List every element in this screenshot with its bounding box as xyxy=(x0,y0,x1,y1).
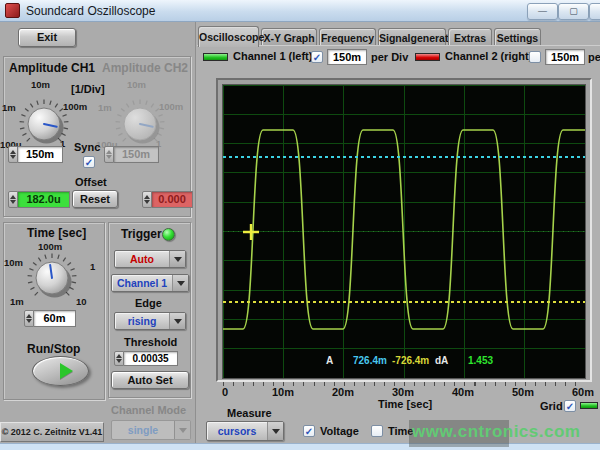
tab-settings[interactable]: Settings xyxy=(494,28,541,46)
maximize-button[interactable]: ▢ xyxy=(558,3,589,20)
minimize-button[interactable]: — xyxy=(527,3,558,20)
version-status-bar: © 2012 C. Zeitnitz V1.41 xyxy=(0,422,104,442)
time-knob[interactable] xyxy=(24,250,80,306)
channel1-checkbox[interactable]: ✓ xyxy=(311,51,323,63)
trigger-source-value: Channel 1 xyxy=(112,277,172,289)
x-tick-50m: 50m xyxy=(512,386,534,398)
title-bar: Soundcard Oszilloscope xyxy=(0,0,600,22)
sync-label: Sync xyxy=(74,141,100,153)
dropdown-arrow-icon xyxy=(174,421,190,439)
amplitude-ch2-value: 150m xyxy=(114,146,159,163)
x-axis-title: Time [sec] xyxy=(378,398,432,410)
voltage-checkbox[interactable]: ✓ xyxy=(303,425,315,437)
amplitude-ch1-title: Amplitude CH1 xyxy=(9,61,95,75)
x-tick-20m: 20m xyxy=(332,386,354,398)
dropdown-arrow-icon xyxy=(172,275,188,291)
watermark-text: www.cntronics.com xyxy=(412,422,580,442)
amplitude-ch2-field: 150m xyxy=(104,146,159,163)
offset-ch1-spinner[interactable] xyxy=(8,191,18,208)
measure-mode-dropdown[interactable]: cursors xyxy=(206,421,284,441)
auto-set-button[interactable]: Auto Set xyxy=(111,371,189,389)
knob1-label-1m: 1m xyxy=(2,102,16,113)
channel1-perdiv-label: per Div xyxy=(371,51,408,63)
scope-display[interactable]: A 726.4m -726.4m dA 1.453 xyxy=(222,84,586,379)
tab-signalgenerator[interactable]: Signalgenerator xyxy=(378,28,446,46)
x-tick-10m: 10m xyxy=(272,386,294,398)
dropdown-arrow-icon xyxy=(169,251,185,267)
measure-label: Measure xyxy=(227,407,272,419)
channel2-label: Channel 2 (right) xyxy=(445,50,532,62)
time-field[interactable]: 60m xyxy=(24,310,76,327)
tab-oscilloscope[interactable]: Oscilloscope xyxy=(198,26,259,47)
amplitude-ch1-spinner[interactable] xyxy=(8,146,18,163)
window-bottom-border xyxy=(0,443,600,450)
knob1-label-10m: 10m xyxy=(31,79,50,90)
time-spinner[interactable] xyxy=(24,310,34,327)
trigger-source-dropdown[interactable]: Channel 1 xyxy=(111,274,189,292)
knob2-label-10m: 10m xyxy=(127,79,146,90)
offset-ch1-value[interactable]: 182.0u xyxy=(18,191,70,208)
close-button[interactable]: ✕ xyxy=(589,3,600,20)
threshold-field[interactable]: 0.00035 xyxy=(114,351,178,366)
measure-mode-value: cursors xyxy=(207,425,267,437)
voltage-label: Voltage xyxy=(320,425,359,437)
offset-reset-button[interactable]: Reset xyxy=(72,190,118,208)
amplitude-ch2-title: Amplitude CH2 xyxy=(102,61,188,75)
sync-checkbox[interactable]: ✓ xyxy=(83,156,95,168)
trigger-mode-value: Auto xyxy=(115,253,169,265)
channel1-color-swatch xyxy=(203,53,228,61)
exit-button[interactable]: Exit xyxy=(18,28,76,47)
amplitude-ch2-spinner xyxy=(104,146,114,163)
offset-ch2-value: 0.000 xyxy=(152,191,193,208)
offset-ch2-spinner xyxy=(142,191,152,208)
dropdown-arrow-icon xyxy=(267,422,283,440)
trigger-mode-dropdown[interactable]: Auto xyxy=(114,250,186,268)
time-title: Time [sec] xyxy=(27,226,86,240)
grid-label: Grid xyxy=(540,400,563,412)
x-tick-40m: 40m xyxy=(452,386,474,398)
dropdown-arrow-icon xyxy=(169,313,185,329)
channel2-checkbox[interactable] xyxy=(529,51,541,63)
tab-frequency[interactable]: Frequency xyxy=(319,28,376,46)
grid-checkbox[interactable]: ✓ xyxy=(564,400,576,412)
amplitude-ch1-field[interactable]: 150m xyxy=(8,146,63,163)
time-label-1m: 1m xyxy=(10,296,24,307)
amplitude-ch2-knob xyxy=(112,96,168,152)
time-measure-checkbox[interactable] xyxy=(371,425,383,437)
x-tick-60m: 60m xyxy=(572,386,594,398)
time-value[interactable]: 60m xyxy=(34,310,76,327)
channel2-color-swatch xyxy=(415,53,440,61)
trigger-led xyxy=(162,228,175,241)
trigger-edge-dropdown[interactable]: rising xyxy=(114,312,186,330)
tab-extras[interactable]: Extras xyxy=(448,28,492,46)
knob2-label-1m: 1m xyxy=(98,102,112,113)
offset-ch2-field: 0.000 xyxy=(142,191,193,208)
threshold-label: Threshold xyxy=(124,336,177,348)
time-label-10m: 10m xyxy=(4,257,23,268)
x-tick-30m: 30m xyxy=(392,386,414,398)
x-tick-0: 0 xyxy=(222,386,228,398)
channel2-perdiv-field[interactable]: 150m xyxy=(545,49,585,65)
threshold-value[interactable]: 0.00035 xyxy=(124,351,178,366)
channel1-perdiv-field[interactable]: 150m xyxy=(327,49,367,65)
trigger-edge-value: rising xyxy=(115,315,169,327)
amplitude-ch1-knob[interactable] xyxy=(16,96,72,152)
scope-plot[interactable] xyxy=(223,85,585,378)
channel2-perdiv-label: per Div xyxy=(588,51,600,63)
window-title: Soundcard Oszilloscope xyxy=(26,4,155,18)
app-icon xyxy=(5,3,20,18)
play-icon xyxy=(60,363,73,379)
run-stop-button[interactable] xyxy=(32,356,89,386)
edge-label: Edge xyxy=(135,297,162,309)
offset-label: Offset xyxy=(75,176,107,188)
amplitude-unit-label: [1/Div] xyxy=(71,83,105,95)
channel-mode-label: Channel Mode xyxy=(111,404,186,416)
grid-color-swatch xyxy=(580,402,598,409)
trigger-title: Trigger xyxy=(121,227,162,241)
run-stop-label: Run/Stop xyxy=(27,342,80,356)
threshold-spinner[interactable] xyxy=(114,351,124,366)
amplitude-ch1-value[interactable]: 150m xyxy=(18,146,63,163)
offset-ch1-field[interactable]: 182.0u xyxy=(8,191,70,208)
tab-xy-graph[interactable]: X-Y Graph xyxy=(261,28,317,46)
channel1-label: Channel 1 (left) xyxy=(233,50,312,62)
